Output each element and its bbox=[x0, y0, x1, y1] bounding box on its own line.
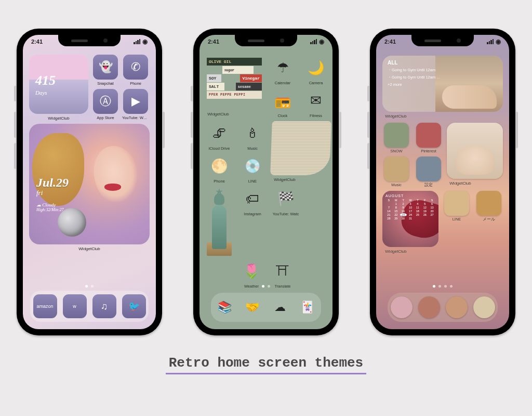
app-メール[interactable]: メール bbox=[475, 191, 503, 254]
app-label: App Store bbox=[92, 115, 119, 120]
dock-icon[interactable] bbox=[391, 296, 413, 318]
app-icon: 🌙 bbox=[304, 56, 328, 80]
app-label: Clock bbox=[269, 113, 296, 118]
app-camera[interactable]: 🌙 Camera bbox=[301, 56, 330, 85]
app-music[interactable]: Music bbox=[382, 157, 410, 188]
app-line[interactable]: 💿 LINE bbox=[238, 154, 267, 184]
signal-icon bbox=[487, 39, 494, 44]
app-icon: ▶ bbox=[123, 89, 148, 114]
app-translate[interactable]: ⛩ Translate bbox=[269, 259, 296, 289]
app-icon: 🕯 bbox=[241, 121, 264, 145]
dock-amazon[interactable]: amazon bbox=[33, 294, 57, 318]
app-phone[interactable]: ✆ Phone bbox=[123, 55, 149, 86]
phone-1: 2:41 ◉ 415 Days WidgetClub 👻 bbox=[17, 29, 162, 335]
app-app store[interactable]: Ⓐ App Store bbox=[92, 89, 118, 120]
app-phone[interactable]: 🌕 Phone bbox=[205, 154, 234, 184]
widget-label: WidgetClub bbox=[382, 249, 409, 254]
widget-label: WidgetClub bbox=[382, 114, 409, 119]
app-icon bbox=[416, 157, 441, 181]
app-icon: 💿 bbox=[241, 154, 264, 178]
app-clock[interactable]: 📻 Clock bbox=[268, 88, 297, 118]
app-icon: 📻 bbox=[271, 88, 295, 112]
widget-unit: Days bbox=[35, 89, 88, 96]
widget-label: WidgetClub bbox=[29, 246, 150, 251]
phone-3: 2:41 ◉ ALL ・Going to Gym Until 12am ・Goi… bbox=[370, 29, 515, 335]
app-icon bbox=[416, 123, 441, 148]
dock-wattpad[interactable]: w bbox=[63, 294, 87, 318]
app-icon: ⛩ bbox=[271, 259, 295, 283]
app-icon: Ⓐ bbox=[93, 89, 118, 114]
page-dots[interactable] bbox=[376, 285, 509, 288]
app-label: Calendar bbox=[269, 81, 296, 85]
app-line[interactable]: LINE bbox=[443, 191, 471, 254]
app-label: メール bbox=[475, 217, 502, 222]
dock-icon[interactable] bbox=[473, 296, 495, 318]
app-icon: 🏷 bbox=[241, 187, 264, 211]
phone-2: 2:41 ◉ sugar SOY Vinegar bbox=[193, 29, 339, 335]
dock-twitter[interactable]: 🐦 bbox=[122, 294, 146, 318]
widget-painting-hands[interactable] bbox=[447, 123, 503, 179]
dock-icon[interactable]: ☁ bbox=[269, 296, 291, 318]
widget-number: 415 bbox=[35, 73, 88, 88]
app-music[interactable]: 🕯 Music bbox=[238, 121, 267, 151]
dock-music[interactable]: ♫ bbox=[92, 294, 116, 318]
app-icon: 🖇 bbox=[207, 121, 231, 145]
app-youtube: watc[interactable]: 🏁 YouTube: Watc bbox=[271, 187, 300, 216]
status-time: 2:41 bbox=[208, 38, 219, 45]
app-label: iCloud Drive bbox=[206, 146, 233, 151]
status-time: 2:41 bbox=[384, 38, 396, 45]
app-icon: ✆ bbox=[123, 55, 148, 80]
app-instagram[interactable]: 🏷 Instagram bbox=[238, 187, 267, 216]
app-pinterest[interactable]: Pinterest bbox=[415, 123, 443, 153]
widget-newspaper[interactable] bbox=[270, 121, 331, 175]
dock-icon[interactable] bbox=[446, 296, 468, 318]
app-label: Fitness bbox=[302, 113, 329, 118]
app-calendar[interactable]: ☂ Calendar bbox=[268, 56, 297, 85]
widget-label: WidgetClub bbox=[205, 112, 232, 116]
signal-icon bbox=[310, 39, 317, 44]
app-label: Music bbox=[383, 183, 410, 187]
app-snapchat[interactable]: 👻 Snapchat bbox=[92, 55, 118, 86]
dock-icon[interactable]: 📚 bbox=[214, 296, 236, 318]
app-label: Pinterest bbox=[415, 149, 442, 153]
app-label: YouTube: Watch bbox=[122, 115, 149, 120]
widget-title: ALL bbox=[388, 60, 498, 66]
app-youtube: watch[interactable]: ▶ YouTube: Watch bbox=[123, 89, 149, 120]
widget-label: WidgetClub bbox=[271, 177, 298, 182]
dock-icon[interactable] bbox=[418, 296, 440, 318]
widget-liberty[interactable] bbox=[205, 187, 234, 249]
dock-icon[interactable]: 🤝 bbox=[242, 296, 263, 318]
app-icon: 🌷 bbox=[240, 259, 263, 283]
app-label: Snapchat bbox=[92, 81, 119, 86]
wifi-icon: ◉ bbox=[496, 38, 501, 45]
widget-reminders[interactable]: ALL ・Going to Gym Until 12am ・Going to G… bbox=[382, 56, 503, 112]
app-icon: ☂ bbox=[271, 56, 295, 80]
app-icon bbox=[384, 123, 409, 148]
widget-hilo: High:32/Min:27 bbox=[36, 207, 69, 212]
caption: Retro home screen themes bbox=[166, 355, 366, 374]
widget-days-counter[interactable]: 415 Days bbox=[29, 55, 88, 114]
app-label: SNOW bbox=[383, 149, 410, 153]
app-icloud drive[interactable]: 🖇 iCloud Drive bbox=[205, 121, 234, 151]
page-dots[interactable] bbox=[200, 285, 332, 288]
app-label: Phone bbox=[122, 81, 149, 86]
widget-collage[interactable]: sugar SOY Vinegar SALT sesame PPER PEPPE… bbox=[205, 56, 264, 110]
app-icon bbox=[444, 191, 469, 216]
dock-icon[interactable]: 🃏 bbox=[297, 296, 318, 318]
app-fitness[interactable]: ✉ Fitness bbox=[301, 88, 330, 118]
notch bbox=[235, 35, 297, 46]
app-label: LINE bbox=[443, 217, 470, 222]
app-snow[interactable]: SNOW bbox=[382, 123, 410, 153]
widget-retro-photo[interactable]: Jul.29 fri ☁ Cloudy High:32/Min:27 bbox=[29, 124, 150, 244]
widget-label: WidgetClub bbox=[29, 116, 88, 121]
widget-weather: ☁ Cloudy bbox=[36, 202, 69, 207]
app-設定[interactable]: 設定 bbox=[415, 157, 443, 188]
widget-calendar[interactable]: AUGUST SMTWTFS12345678910111213141516171… bbox=[382, 191, 438, 247]
app-label: YouTube: Watc bbox=[272, 212, 299, 216]
page-dots[interactable] bbox=[23, 285, 156, 288]
status-time: 2:41 bbox=[31, 38, 43, 45]
app-weather[interactable]: 🌷 Weather bbox=[238, 259, 265, 289]
wifi-icon: ◉ bbox=[142, 38, 148, 45]
app-label: 設定 bbox=[415, 183, 442, 188]
app-label: LINE bbox=[239, 179, 266, 184]
